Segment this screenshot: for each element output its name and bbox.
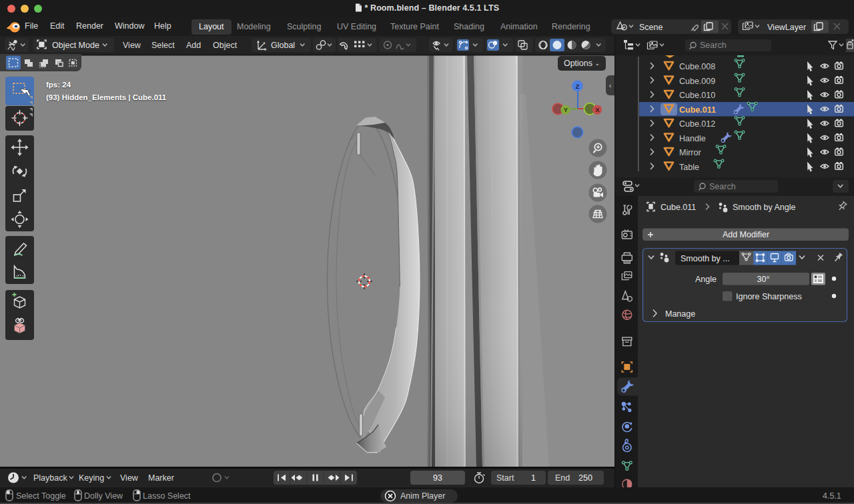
svg-text:View: View [123,41,141,50]
svg-text:Smooth by ...: Smooth by ... [681,254,730,263]
svg-text:Playback: Playback [33,473,67,483]
svg-text:Start: Start [496,473,514,483]
svg-text:Mirror: Mirror [679,148,701,157]
svg-text:Scene: Scene [639,23,663,32]
svg-text:Smooth by Angle: Smooth by Angle [733,203,796,212]
svg-text:Cube.012: Cube.012 [679,119,715,129]
svg-text:Object Mode: Object Mode [52,41,99,50]
svg-text:Keying: Keying [79,473,104,483]
svg-text:Y: Y [564,106,568,113]
svg-text:View: View [120,473,139,483]
svg-text:Handle: Handle [679,134,706,143]
svg-text:30°: 30° [757,275,770,284]
svg-text:250: 250 [578,473,592,483]
svg-text:1: 1 [531,473,536,483]
svg-text:Cube.009: Cube.009 [679,77,715,86]
svg-text:Angle: Angle [695,275,717,284]
svg-text:Z: Z [575,83,579,90]
svg-text:X: X [595,106,600,113]
svg-text:Search: Search [709,182,736,191]
svg-text:Table: Table [679,163,699,172]
svg-text:Add: Add [186,41,201,50]
svg-text:End: End [555,473,570,483]
svg-text:Marker: Marker [148,473,174,483]
svg-text:Add Modifier: Add Modifier [723,230,769,239]
svg-text:Select: Select [151,41,175,50]
svg-text:Cube.011: Cube.011 [679,105,716,115]
svg-text:Object: Object [213,41,238,50]
svg-text:Global: Global [271,41,295,50]
svg-text:Cube.010: Cube.010 [679,91,715,100]
svg-text:ViewLayer: ViewLayer [767,23,806,32]
svg-text:Cube.011: Cube.011 [661,203,696,212]
svg-text:Cube.008: Cube.008 [679,62,715,71]
svg-text:Manage: Manage [665,309,695,319]
svg-text:93: 93 [433,473,442,483]
svg-text:Ignore Sharpness: Ignore Sharpness [736,292,802,301]
